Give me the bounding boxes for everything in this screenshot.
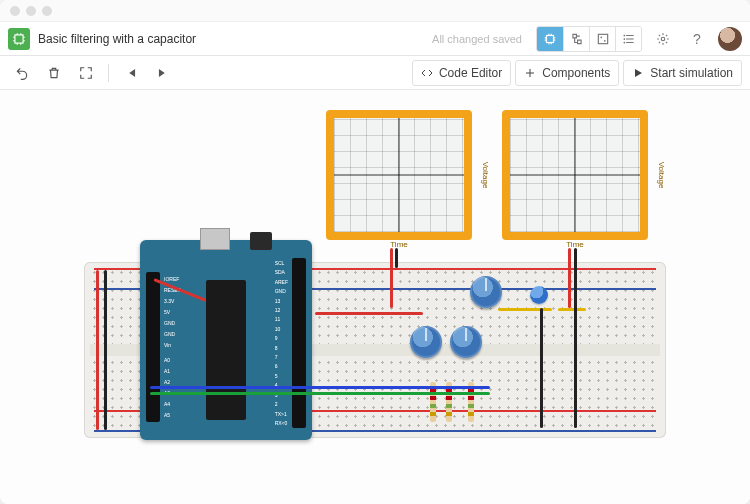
design-canvas[interactable]: Time Voltage Time Voltage IOREFRESET3.3V… [0,90,750,504]
wire-red-rail[interactable] [96,270,99,430]
arduino-pin-label: 10 [275,326,281,332]
start-simulation-label: Start simulation [650,66,733,80]
arduino-pin-label: 7 [275,354,278,360]
pcb-icon [596,32,610,46]
wire-yellow-1[interactable] [498,308,552,311]
wire-black-scope-l[interactable] [395,248,398,268]
undo-button[interactable] [8,60,36,86]
arduino-pin-label: 9 [275,335,278,341]
arduino-pin-label: A1 [164,368,181,374]
arduino-pin-label: 5V [164,309,181,315]
oscilloscope-left[interactable]: Time Voltage [326,110,472,240]
skip-back-icon [124,66,138,80]
step-forward-button[interactable] [149,60,177,86]
svg-point-5 [623,34,625,36]
step-back-button[interactable] [117,60,145,86]
arduino-pin-label: TX>1 [275,411,287,417]
view-tab-pcb[interactable] [589,27,615,51]
arduino-pin-label: A0 [164,357,181,363]
arduino-pin-label: AREF [275,279,288,285]
scope-x-label: Time [390,240,407,249]
arduino-pin-label: Vin [164,342,181,348]
wire-red-2[interactable] [390,248,393,308]
traffic-light-zoom[interactable] [42,6,52,16]
chip-icon [543,32,557,46]
arduino-pin-label: GND [164,331,181,337]
app-window: Basic filtering with a capacitor All cha… [0,0,750,504]
save-status: All changed saved [432,33,522,45]
divider [108,64,109,82]
editor-toolbar: Code Editor Components Start simulation [0,56,750,90]
svg-rect-0 [15,34,23,42]
skip-forward-icon [156,66,170,80]
window-titlebar [0,0,750,22]
arduino-left-labels: IOREFRESET3.3V5VGNDGNDVinA0A1A2A3A4A5 [164,276,181,418]
scope-y-label: Voltage [657,162,666,189]
arduino-board[interactable]: IOREFRESET3.3V5VGNDGNDVinA0A1A2A3A4A5 SC… [140,240,312,440]
arduino-pin-label: A2 [164,379,181,385]
play-icon [632,67,644,79]
brand-chip[interactable] [8,28,30,50]
traffic-light-close[interactable] [10,6,20,16]
potentiometer-1[interactable] [470,276,502,308]
arduino-pin-label: 11 [275,316,281,322]
chip-icon [12,32,26,46]
wire-yellow-2[interactable] [558,308,586,311]
list-icon [622,32,636,46]
start-simulation-button[interactable]: Start simulation [623,60,742,86]
wire-red-1[interactable] [315,312,423,315]
arduino-pin-label: 5 [275,373,278,379]
schematic-icon [570,32,584,46]
view-tab-list[interactable] [615,27,641,51]
settings-button[interactable] [650,27,676,51]
code-editor-button[interactable]: Code Editor [412,60,511,86]
arduino-pin-label: 2 [275,401,278,407]
plus-icon [524,67,536,79]
potentiometer-3[interactable] [450,326,482,358]
traffic-light-minimize[interactable] [26,6,36,16]
wire-black-cap[interactable] [540,308,543,428]
potentiometer-2[interactable] [410,326,442,358]
arduino-pin-label: SDA [275,269,285,275]
arduino-usb [200,228,230,250]
code-editor-label: Code Editor [439,66,502,80]
svg-rect-2 [598,34,607,43]
undo-icon [15,66,29,80]
topbar: Basic filtering with a capacitor All cha… [0,22,750,56]
components-button[interactable]: Components [515,60,619,86]
components-label: Components [542,66,610,80]
code-icon [421,67,433,79]
arduino-pin-label: GND [164,320,181,326]
view-tab-circuit[interactable] [537,27,563,51]
project-title[interactable]: Basic filtering with a capacitor [38,32,196,46]
svg-point-3 [600,36,602,38]
svg-point-8 [661,37,665,41]
view-tabs [536,26,642,52]
gear-icon [656,32,670,46]
oscilloscope-right[interactable]: Time Voltage [502,110,648,240]
svg-point-4 [603,39,605,41]
arduino-pin-label: RX<0 [275,420,288,426]
arduino-pin-label: 3.3V [164,298,181,304]
arduino-pin-label: A5 [164,412,181,418]
wire-black-scope-r[interactable] [574,248,577,428]
fit-icon [79,66,93,80]
wire-green[interactable] [150,392,490,395]
scope-grid [334,118,464,232]
wire-red-scope-r[interactable] [568,248,571,308]
arduino-barrel-jack [250,232,272,250]
view-tab-schematic[interactable] [563,27,589,51]
wire-blue[interactable] [150,386,490,389]
scope-y-label: Voltage [481,162,490,189]
avatar[interactable] [718,27,742,51]
delete-button[interactable] [40,60,68,86]
fit-button[interactable] [72,60,100,86]
svg-rect-1 [547,35,554,42]
arduino-mcu-chip [206,280,246,420]
capacitor[interactable] [530,286,548,304]
arduino-pin-label: 6 [275,363,278,369]
wire-black-rail[interactable] [104,270,107,430]
svg-point-7 [623,41,625,43]
help-button[interactable]: ? [684,27,710,51]
arduino-pin-label: 8 [275,345,278,351]
